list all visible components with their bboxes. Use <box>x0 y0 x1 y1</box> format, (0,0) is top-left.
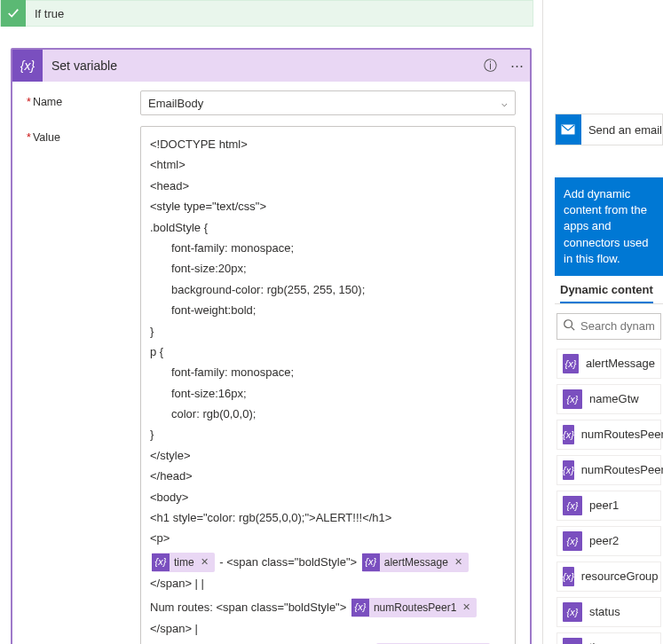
variable-icon: {x} <box>563 496 582 515</box>
more-menu-icon[interactable]: ⋯ <box>503 58 530 74</box>
token-alertmessage[interactable]: {x}alertMessage✕ <box>362 553 469 572</box>
dynamic-search[interactable] <box>556 313 661 340</box>
chevron-down-icon: ⌵ <box>501 98 508 109</box>
name-select[interactable]: EmailBody ⌵ <box>140 90 516 115</box>
dynamic-item-label: alertMessage <box>586 357 655 370</box>
variable-token-icon: {x} <box>152 554 170 571</box>
token-numroutespeer1[interactable]: {x}numRoutesPeer1✕ <box>351 598 477 617</box>
variable-icon: {x} <box>563 354 579 373</box>
dynamic-item-resourcegroup[interactable]: {x}resourceGroup <box>556 562 661 592</box>
remove-token-icon[interactable]: ✕ <box>198 554 211 571</box>
send-email-action[interactable]: Send an email <box>555 114 663 145</box>
variable-icon: {x} <box>563 567 574 586</box>
dynamic-item-numroutespeer2[interactable]: {x}numRoutesPeer2 <box>556 455 661 485</box>
dynamic-item-label: numRoutesPeer2 <box>581 463 663 476</box>
variable-icon: {x} <box>563 602 582 622</box>
dynamic-item-namegtw[interactable]: {x}nameGtw <box>556 384 661 414</box>
variable-icon: {x} <box>563 460 574 480</box>
dynamic-item-label: resourceGroup <box>581 569 659 583</box>
if-true-header[interactable]: If true <box>0 0 533 27</box>
tab-dynamic-content[interactable]: Dynamic content <box>560 283 653 303</box>
check-icon <box>1 0 26 27</box>
dynamic-item-numroutespeer1[interactable]: {x}numRoutesPeer1 <box>556 420 661 450</box>
value-label: *Value <box>27 126 140 144</box>
dynamic-item-label: status <box>589 605 620 618</box>
dynamic-item-label: peer1 <box>589 499 619 512</box>
outlook-icon <box>556 114 581 145</box>
variable-icon: {x} <box>12 50 43 82</box>
dynamic-item-label: time <box>589 640 612 644</box>
remove-token-icon[interactable]: ✕ <box>452 554 465 571</box>
variable-icon: {x} <box>563 531 582 551</box>
variable-icon: {x} <box>563 638 582 644</box>
dynamic-item-time[interactable]: {x}time <box>556 632 661 644</box>
variable-token-icon: {x} <box>351 599 369 617</box>
dynamic-item-label: peer2 <box>589 534 619 547</box>
token-time[interactable]: {x}time✕ <box>152 553 215 572</box>
variable-icon: {x} <box>563 425 574 444</box>
dynamic-item-peer1[interactable]: {x}peer1 <box>556 491 661 521</box>
value-editor[interactable]: <!DOCTYPE html> <html> <head> <style typ… <box>140 126 516 644</box>
dynamic-content-panel: Add dynamic content from the apps and co… <box>555 177 663 644</box>
name-label: *Name <box>27 90 140 108</box>
variable-icon: {x} <box>563 389 582 409</box>
dynamic-item-status[interactable]: {x}status <box>556 597 661 627</box>
svg-line-2 <box>572 327 575 331</box>
dynamic-item-peer2[interactable]: {x}peer2 <box>556 526 661 556</box>
dynamic-item-alertmessage[interactable]: {x}alertMessage <box>556 349 661 379</box>
send-email-label: Send an email <box>581 123 662 137</box>
dynamic-search-input[interactable] <box>580 319 655 333</box>
info-icon[interactable]: ⓘ <box>477 58 503 75</box>
svg-point-1 <box>564 320 572 328</box>
dynamic-item-label: nameGtw <box>589 392 639 405</box>
card-header[interactable]: {x} Set variable ⓘ ⋯ <box>12 50 530 82</box>
dynamic-content-header: Add dynamic content from the apps and co… <box>555 177 663 276</box>
if-true-label: If true <box>26 7 64 20</box>
set-variable-card: {x} Set variable ⓘ ⋯ *Name EmailBody ⌵ *… <box>11 48 532 644</box>
variable-token-icon: {x} <box>362 554 380 571</box>
search-icon <box>563 318 575 334</box>
card-title: Set variable <box>43 59 477 73</box>
remove-token-icon[interactable]: ✕ <box>460 599 473 617</box>
dynamic-item-label: numRoutesPeer1 <box>581 428 663 441</box>
name-value: EmailBody <box>148 97 203 110</box>
